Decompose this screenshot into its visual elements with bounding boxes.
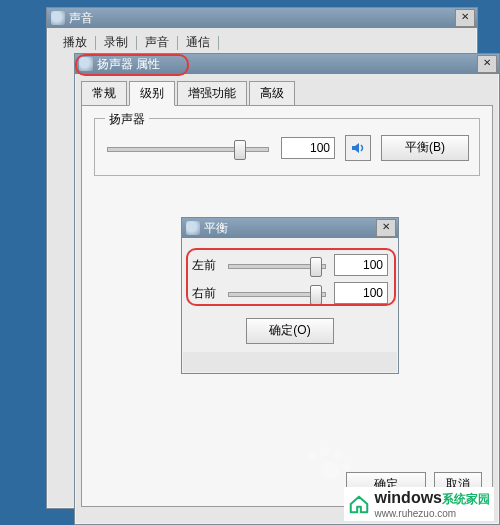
sound-icon	[51, 11, 65, 25]
tab-recording[interactable]: 录制	[96, 34, 136, 51]
sound-titlebar: 声音 ✕	[47, 8, 477, 28]
tab-comm[interactable]: 通信	[178, 34, 218, 51]
tab-sounds[interactable]: 声音	[137, 34, 177, 51]
svg-marker-0	[352, 143, 359, 153]
speaker-icon	[79, 57, 93, 71]
house-icon	[348, 493, 370, 515]
props-tabs: 常规 级别 增强功能 高级	[75, 74, 499, 105]
balance-body: 左前 100 右前 100 确定(O)	[182, 238, 398, 352]
props-titlebar: 扬声器 属性 ✕	[75, 54, 499, 74]
right-front-value: 100	[334, 282, 388, 304]
left-channel-row: 左前 100	[192, 254, 388, 276]
left-front-slider[interactable]	[226, 255, 328, 275]
master-volume-row: 100 平衡(B)	[105, 135, 469, 161]
right-channel-row: 右前 100	[192, 282, 388, 304]
speaker-group: 扬声器 100 平衡(B)	[94, 118, 480, 176]
footer-sub: 系统家园	[442, 492, 490, 506]
volume-icon	[350, 140, 366, 156]
left-front-value: 100	[334, 254, 388, 276]
left-front-label: 左前	[192, 257, 220, 274]
close-icon[interactable]: ✕	[455, 9, 475, 27]
master-volume-slider[interactable]	[105, 138, 271, 158]
footer-brand: windows	[374, 489, 442, 506]
close-icon[interactable]: ✕	[376, 219, 396, 237]
right-front-slider[interactable]	[226, 283, 328, 303]
close-icon[interactable]: ✕	[477, 55, 497, 73]
balance-ok-button[interactable]: 确定(O)	[246, 318, 334, 344]
props-title: 扬声器 属性	[97, 56, 477, 73]
tab-playback[interactable]: 播放	[55, 34, 95, 51]
tab-advanced[interactable]: 高级	[249, 81, 295, 106]
tab-levels[interactable]: 级别	[129, 81, 175, 106]
tab-separator	[218, 36, 219, 50]
balance-icon	[186, 221, 200, 235]
balance-title: 平衡	[204, 220, 376, 237]
tab-general[interactable]: 常规	[81, 81, 127, 106]
speaker-group-title: 扬声器	[105, 111, 149, 128]
balance-titlebar: 平衡 ✕	[182, 218, 398, 238]
paw-watermark	[304, 445, 350, 485]
sound-title: 声音	[69, 10, 455, 27]
balance-button[interactable]: 平衡(B)	[381, 135, 469, 161]
footer-logo: windows系统家园 www.ruhezuo.com	[344, 487, 494, 521]
tab-enhance[interactable]: 增强功能	[177, 81, 247, 106]
right-front-label: 右前	[192, 285, 220, 302]
mute-button[interactable]	[345, 135, 371, 161]
balance-dialog: 平衡 ✕ 左前 100 右前 100 确定(O)	[181, 217, 399, 374]
master-volume-value: 100	[281, 137, 335, 159]
footer-domain: www.ruhezuo.com	[374, 508, 490, 519]
balance-ok-row: 确定(O)	[192, 310, 388, 346]
